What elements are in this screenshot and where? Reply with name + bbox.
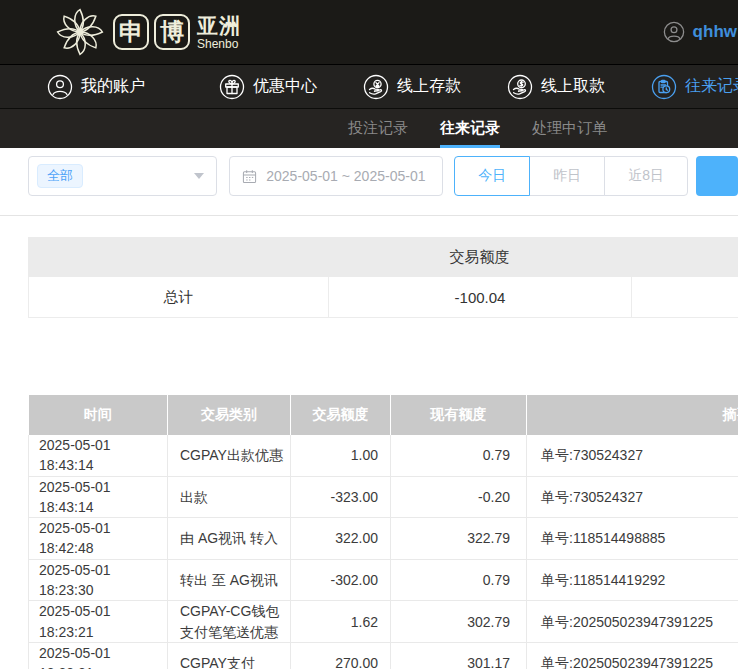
table-cell: 2025-05-01 18:23:21: [29, 642, 168, 669]
username: qhhw: [693, 22, 737, 42]
table-cell: 0.79: [391, 435, 527, 476]
tab-2[interactable]: 往来记录: [440, 109, 500, 148]
table-cell: 出款: [168, 476, 291, 518]
quick-button-1[interactable]: 今日: [454, 156, 530, 196]
brand-char-shen: 申: [113, 14, 149, 50]
table-row: 2025-05-01 18:23:30转出 至 AG视讯-302.000.79单…: [29, 559, 738, 601]
summary-total-row: 总计 -100.04: [28, 277, 738, 318]
column-header: 时间: [29, 395, 168, 435]
brand-char-bo: 博: [154, 14, 190, 50]
table-cell: 270.00: [291, 642, 391, 669]
tab-3[interactable]: 处理中订单: [532, 109, 607, 148]
user-account[interactable]: qhhw: [663, 0, 738, 64]
nav-item-2[interactable]: 优惠中心: [219, 74, 317, 100]
table-body: 2025-05-01 18:43:14CGPAY出款优惠1.000.79单号:7…: [29, 435, 738, 669]
table-cell: 单号:202505023947391225: [527, 642, 738, 669]
column-header: 交易额度: [291, 395, 391, 435]
brand-region-en: Shenbo: [197, 38, 241, 50]
user-icon: [47, 74, 73, 100]
table-cell: 0.79: [391, 559, 527, 601]
table-cell: 由 AG视讯 转入: [168, 518, 291, 560]
table-header-row: 时间交易类别交易额度现有额度摘要: [29, 395, 738, 435]
nav-item-4[interactable]: 线上取款: [507, 74, 605, 100]
quick-date-buttons: 今日昨日近8日: [454, 156, 688, 196]
table-row: 2025-05-01 18:43:14出款-323.00-0.20单号:7305…: [29, 476, 738, 518]
table-cell: 2025-05-01 18:43:14: [29, 435, 168, 476]
table-cell: 单号:118514419292: [527, 559, 738, 601]
brand-logo: 申 博 亚洲 Shenbo: [52, 4, 241, 60]
date-range-value: 2025-05-01 ~ 2025-05-01: [266, 168, 425, 184]
brand-region-cn: 亚洲: [197, 15, 241, 36]
summary-total-value: -100.04: [329, 277, 632, 317]
brand-region: 亚洲 Shenbo: [197, 15, 241, 50]
table-cell: 322.00: [291, 518, 391, 560]
summary-table: 交易额度 总计 -100.04: [28, 237, 738, 318]
withdraw-icon: [507, 74, 533, 100]
summary-row-label: 总计: [29, 277, 329, 317]
table-cell: 单号:730524327: [527, 435, 738, 476]
quick-button-3[interactable]: 近8日: [604, 156, 688, 196]
flower-logo-icon: [52, 4, 108, 60]
summary-header-row: 交易额度: [28, 237, 738, 277]
table-cell: 1.00: [291, 435, 391, 476]
type-select[interactable]: 全部: [28, 156, 217, 196]
type-select-value: 全部: [37, 164, 83, 188]
tab-1[interactable]: 投注记录: [348, 109, 408, 148]
main-nav: 我的账户 优惠中心 线上存款 线上取款 往来记录: [0, 64, 738, 108]
table-cell: -302.00: [291, 559, 391, 601]
table-cell: CGPAY出款优惠: [168, 435, 291, 476]
table-cell: 301.17: [391, 642, 527, 669]
transactions-table: 时间交易类别交易额度现有额度摘要 2025-05-01 18:43:14CGPA…: [28, 395, 738, 669]
table-cell: 322.79: [391, 518, 527, 560]
table-row: 2025-05-01 18:42:48由 AG视讯 转入322.00322.79…: [29, 518, 738, 560]
table-cell: 转出 至 AG视讯: [168, 559, 291, 601]
table-cell: CGPAY-CG钱包支付笔笔送优惠: [168, 601, 291, 643]
table-cell: 2025-05-01 18:42:48: [29, 518, 168, 560]
column-header: 交易类别: [168, 395, 291, 435]
table-cell: 2025-05-01 18:43:14: [29, 476, 168, 518]
table-row: 2025-05-01 18:23:21CGPAY-CG钱包支付笔笔送优惠1.62…: [29, 601, 738, 643]
subnav-tabs: 投注记录往来记录处理中订单: [0, 108, 738, 148]
gift-icon: [219, 74, 245, 100]
date-range-input[interactable]: 2025-05-01 ~ 2025-05-01: [229, 156, 443, 196]
table-cell: 2025-05-01 18:23:30: [29, 559, 168, 601]
table-cell: 单号:202505023947391225: [527, 601, 738, 643]
filter-bar: 全部 2025-05-01 ~ 2025-05-01 今日昨日近8日: [28, 156, 738, 196]
nav-item-3[interactable]: 线上存款: [363, 74, 461, 100]
nav-item-5[interactable]: 往来记录: [651, 74, 738, 100]
quick-button-2[interactable]: 昨日: [529, 156, 605, 196]
column-header: 现有额度: [391, 395, 527, 435]
table-cell: 单号:118514498885: [527, 518, 738, 560]
section-divider: [0, 215, 738, 216]
summary-header-label: 交易额度: [328, 248, 631, 267]
chevron-down-icon: [194, 173, 204, 179]
table-cell: -323.00: [291, 476, 391, 518]
records-icon: [651, 74, 677, 100]
table-row: 2025-05-01 18:43:14CGPAY出款优惠1.000.79单号:7…: [29, 435, 738, 476]
table-cell: 单号:730524327: [527, 476, 738, 518]
table-cell: -0.20: [391, 476, 527, 518]
table-cell: 1.62: [291, 601, 391, 643]
calendar-icon: [242, 169, 257, 184]
nav-item-1[interactable]: 我的账户: [47, 74, 145, 100]
user-avatar-icon: [663, 21, 685, 43]
column-header: 摘要: [527, 395, 738, 435]
table-cell: CGPAY支付: [168, 642, 291, 669]
table-cell: 302.79: [391, 601, 527, 643]
search-button[interactable]: [696, 156, 738, 196]
table-row: 2025-05-01 18:23:21CGPAY支付270.00301.17单号…: [29, 642, 738, 669]
top-header: 申 博 亚洲 Shenbo qhhw: [0, 0, 738, 64]
table-cell: 2025-05-01 18:23:21: [29, 601, 168, 643]
deposit-icon: [363, 74, 389, 100]
